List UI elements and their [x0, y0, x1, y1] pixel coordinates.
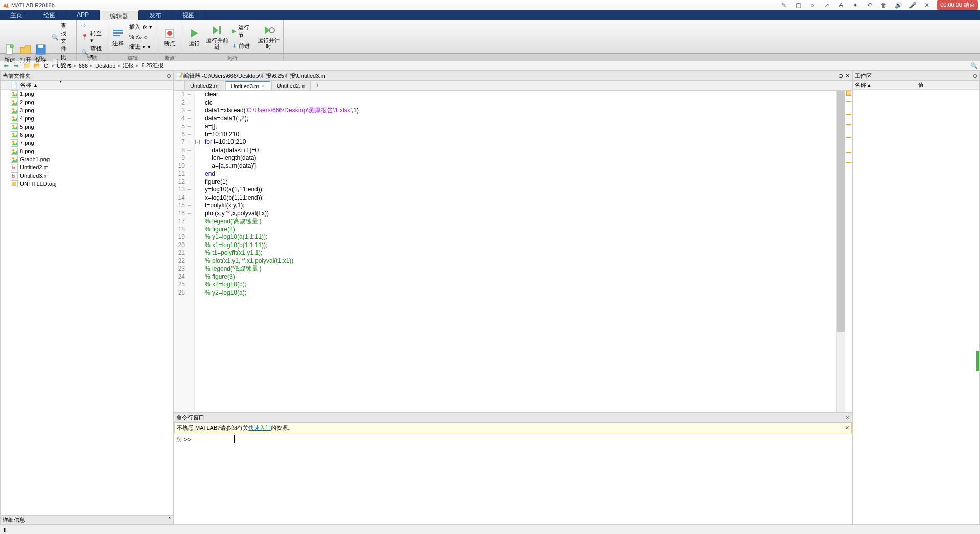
png-file-icon: [11, 107, 18, 114]
file-item[interactable]: 4.png: [1, 114, 173, 123]
file-list: 1.png2.png3.png4.png5.png6.png7.png8.png…: [1, 90, 173, 515]
png-file-icon: [11, 156, 18, 163]
square-icon[interactable]: ▢: [794, 1, 802, 9]
editor-scrollbar[interactable]: ▴: [836, 91, 845, 412]
file-item[interactable]: 7.png: [1, 139, 173, 147]
file-item[interactable]: 1.png: [1, 90, 173, 98]
circle-icon[interactable]: ○: [808, 1, 816, 9]
matlab-logo-icon: [2, 2, 9, 9]
banner-close-icon[interactable]: ×: [845, 424, 849, 432]
run-section-button[interactable]: ▶运行节: [230, 23, 255, 39]
toolstrip-tab-0[interactable]: 主页: [0, 10, 33, 20]
arrow-icon[interactable]: ↗: [823, 1, 831, 9]
file-item[interactable]: 8.png: [1, 147, 173, 155]
recording-badge[interactable]: 00:00:00 结束: [937, 0, 978, 10]
svg-text:fx: fx: [12, 174, 16, 179]
crumb-5[interactable]: 6.25汇报: [140, 62, 164, 69]
find-files-button[interactable]: 🔍查找文件: [50, 21, 73, 53]
editor-dock-icon[interactable]: ⊙: [838, 72, 843, 79]
file-item[interactable]: 5.png: [1, 123, 173, 131]
indent-row[interactable]: 缩进 ▸ ◂: [128, 42, 154, 51]
ws-indicator: [976, 351, 979, 371]
svg-text:fx: fx: [12, 165, 16, 171]
chevron-up-icon: ˄: [168, 517, 171, 523]
run-advance-button[interactable]: 运行并前进: [205, 21, 228, 52]
crumb-2[interactable]: 666: [78, 63, 89, 69]
fx-icon[interactable]: fx: [176, 435, 181, 443]
file-item[interactable]: fxUntitled3.m: [1, 172, 173, 180]
run-button[interactable]: 运行: [184, 21, 203, 52]
crumb-0[interactable]: C:: [43, 63, 51, 69]
delete-icon[interactable]: 🗑: [880, 1, 888, 9]
file-list-header[interactable]: 📄名称▲: [1, 81, 173, 90]
mic-icon[interactable]: 🎤: [908, 1, 917, 9]
advance-button[interactable]: ⬇前进: [230, 42, 255, 51]
workspace-header: 工作区 ⊙: [853, 71, 979, 81]
ws-col-value[interactable]: 值: [916, 81, 979, 89]
fold-column: -: [195, 91, 201, 412]
editor-tab-2[interactable]: Untitled2.m: [271, 81, 311, 90]
up-button[interactable]: 📁: [22, 62, 31, 70]
file-item[interactable]: fxUntitled2.m: [1, 163, 173, 172]
ws-col-name[interactable]: 名称 ▴: [853, 81, 916, 89]
svg-rect-4: [38, 45, 43, 48]
comment-icon: [112, 27, 124, 39]
current-folder-header: 当前文件夹 ⊙: [1, 71, 173, 81]
crumb-1[interactable]: Users: [56, 63, 73, 69]
svg-text:+: +: [11, 44, 13, 48]
editor-tab-1[interactable]: Untitled3.m×: [225, 81, 270, 90]
crumb-4[interactable]: 汇报: [122, 62, 135, 69]
toolstrip-tab-2[interactable]: APP: [66, 10, 100, 20]
breakpoint-button[interactable]: 断点: [161, 21, 178, 52]
run-time-button[interactable]: 运行并计时: [257, 21, 280, 52]
toolstrip-tab-3[interactable]: 编辑器: [100, 10, 139, 20]
svg-rect-10: [219, 26, 221, 34]
svg-point-17: [12, 108, 14, 110]
comment-row[interactable]: % ‰ ☼: [128, 33, 154, 40]
comment-button[interactable]: 注释: [110, 21, 126, 52]
edit-icon[interactable]: ✎: [780, 1, 788, 9]
fold-toggle[interactable]: -: [195, 140, 200, 144]
editor-tab-0[interactable]: Untitled2.m: [184, 81, 224, 90]
details-header[interactable]: 详细信息 ˄: [1, 515, 173, 524]
wand-icon[interactable]: ✦: [851, 1, 859, 9]
png-file-icon: [11, 115, 18, 122]
volume-icon[interactable]: 🔊: [894, 1, 902, 9]
current-folder-panel: 当前文件夹 ⊙ 📄名称▲ 1.png2.png3.png4.png5.png6.…: [0, 71, 174, 525]
undo-icon[interactable]: ↶: [866, 1, 874, 9]
workspace-menu-icon[interactable]: ⊙: [973, 72, 977, 79]
file-item[interactable]: Graph1.png: [1, 155, 173, 163]
file-item[interactable]: 3.png: [1, 106, 173, 114]
text-icon[interactable]: A: [837, 1, 845, 9]
insert-row[interactable]: 插入 fx ▾: [128, 22, 154, 31]
close-icon[interactable]: ✕: [923, 1, 931, 9]
toolstrip-tab-5[interactable]: 视图: [172, 10, 205, 20]
svg-point-23: [12, 133, 14, 135]
run-icon: [188, 27, 200, 39]
back-button[interactable]: ⬅: [2, 62, 10, 70]
svg-point-13: [12, 92, 14, 94]
svg-point-19: [12, 116, 14, 118]
svg-point-11: [269, 28, 274, 33]
cmd-menu-icon[interactable]: ⊙: [845, 414, 850, 421]
file-item[interactable]: UNTITLED.opj: [1, 180, 173, 188]
goto-button[interactable]: 📍转至 ▾: [80, 29, 104, 44]
panel-menu-icon[interactable]: ⊙: [167, 72, 171, 79]
quick-start-link[interactable]: 快速入门: [248, 424, 271, 432]
command-input[interactable]: fx >>: [174, 433, 852, 524]
svg-point-27: [12, 149, 14, 151]
crumb-3[interactable]: Desktop: [94, 63, 116, 69]
goto-arrow-button[interactable]: ⇨: [80, 21, 104, 29]
file-item[interactable]: 6.png: [1, 131, 173, 139]
forward-button[interactable]: ➡: [12, 62, 20, 70]
code-area[interactable]: clearclcdata1=xlsread('C:\Users\666\Desk…: [201, 91, 836, 412]
search-path-button[interactable]: 🔍: [970, 62, 978, 70]
toolstrip-tab-4[interactable]: 发布: [139, 10, 172, 20]
new-tab-button[interactable]: +: [312, 81, 323, 90]
file-item[interactable]: 2.png: [1, 98, 173, 106]
tab-close-icon[interactable]: ×: [261, 83, 264, 89]
folder-button[interactable]: 📂: [33, 62, 41, 70]
toolstrip-tab-1[interactable]: 绘图: [33, 10, 66, 20]
run-time-icon: [263, 24, 275, 36]
editor-close-icon[interactable]: ✕: [845, 72, 850, 79]
